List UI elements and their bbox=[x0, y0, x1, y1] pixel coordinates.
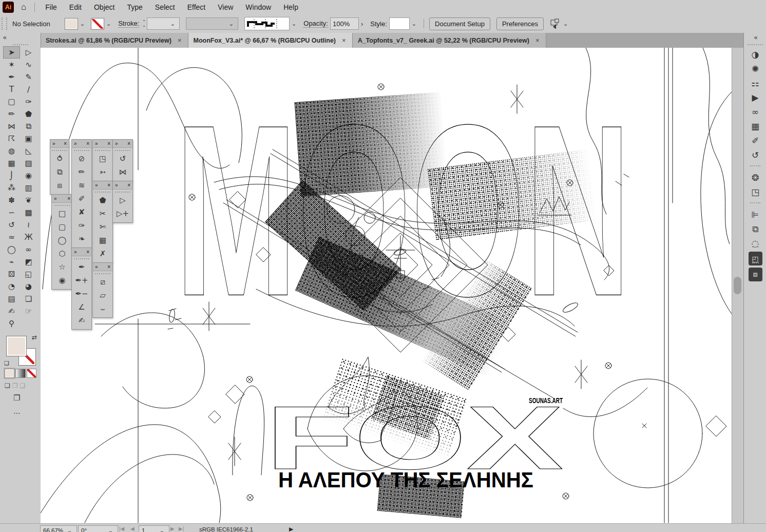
measure-tool[interactable]: ▤ bbox=[3, 293, 20, 305]
delete-anchor-tool[interactable]: ✒− bbox=[72, 287, 91, 300]
align-chevron-icon[interactable]: ⌄ bbox=[561, 21, 570, 27]
scribble-tool[interactable]: ≈ bbox=[3, 231, 20, 243]
plugin-panel-b-icon[interactable]: ⧈ bbox=[749, 268, 762, 281]
transform-frame-tool[interactable]: ◱ bbox=[20, 268, 37, 280]
puppet-grid-tool[interactable]: ▦ bbox=[93, 234, 112, 247]
ink-nib-tool[interactable]: ✑ bbox=[72, 219, 91, 232]
align-artboard-icon[interactable] bbox=[549, 18, 561, 29]
palette-close-icon[interactable]: × bbox=[127, 141, 130, 146]
square-tool[interactable]: □ bbox=[52, 207, 72, 220]
ellipse-tool[interactable]: ◯ bbox=[52, 234, 72, 247]
pencil-tool[interactable]: ✏ bbox=[3, 108, 20, 120]
swatches-panel-icon[interactable]: ▦ bbox=[746, 119, 764, 134]
palette-close-icon[interactable]: × bbox=[86, 249, 89, 255]
rotate-view-panel-icon[interactable]: ◑ bbox=[746, 47, 764, 62]
shape-builder-tool[interactable]: ◍ bbox=[3, 145, 20, 157]
floating-palette-cutting[interactable]: »× ⬟✂✄▦✗ bbox=[92, 181, 113, 263]
stroke-label[interactable]: Stroke: bbox=[118, 20, 139, 28]
pencil-tool[interactable]: ✏ bbox=[72, 165, 91, 179]
tab-close-icon[interactable]: × bbox=[534, 36, 541, 44]
rectangle-tool[interactable]: ▢ bbox=[3, 96, 20, 108]
actions-panel-icon[interactable]: ▶ bbox=[746, 90, 764, 105]
default-fill-stroke-icon[interactable]: ❏ bbox=[4, 360, 9, 367]
links-panel-icon[interactable]: ∞ bbox=[746, 105, 764, 119]
shear-tool[interactable]: ▱ bbox=[93, 289, 112, 302]
menu-effect[interactable]: Effect bbox=[181, 1, 212, 13]
spiral-tool[interactable]: ◉ bbox=[52, 274, 72, 287]
vertical-scrollbar[interactable] bbox=[732, 48, 744, 523]
document-setup-button[interactable]: Document Setup bbox=[429, 17, 490, 30]
eyedropper-tool[interactable]: ⌡ bbox=[3, 169, 20, 182]
floating-palette-rotate[interactable]: »× ↺⋈ bbox=[112, 139, 133, 181]
scale-tool[interactable]: ⧄ bbox=[93, 275, 112, 289]
floating-palette-scale-shear[interactable]: »× ⧄▱⌣ bbox=[92, 262, 113, 318]
stroke-chevron-icon[interactable]: ⌄ bbox=[104, 21, 113, 27]
paintbrush-tool[interactable]: ✑ bbox=[20, 96, 37, 108]
line-segment-tool[interactable]: ∕ bbox=[20, 83, 37, 96]
reshape-tool[interactable]: ⌣ bbox=[93, 302, 112, 315]
palette-expand-icon[interactable]: » bbox=[74, 249, 77, 255]
swap-fill-stroke-icon[interactable]: ⇄ bbox=[32, 334, 37, 341]
brush-definition-preview[interactable] bbox=[244, 17, 290, 30]
draw-behind-icon[interactable]: ❐ bbox=[12, 382, 18, 389]
perspective-grid-tool[interactable]: ◺ bbox=[20, 145, 37, 157]
zoom-level-combo[interactable]: 66,67% ⌄ bbox=[40, 525, 77, 532]
direct-selection-tool[interactable]: ▷ bbox=[20, 46, 37, 59]
menu-edit[interactable]: Edit bbox=[63, 1, 88, 13]
polygon-tool[interactable]: ⬡ bbox=[52, 247, 72, 260]
palette-close-icon[interactable]: × bbox=[127, 182, 130, 188]
palette-close-icon[interactable]: × bbox=[86, 141, 89, 146]
palette-drag-handle[interactable] bbox=[52, 150, 67, 151]
type-tool[interactable]: T bbox=[3, 83, 20, 96]
palette-expand-icon[interactable]: » bbox=[115, 141, 118, 146]
artboards-panel-icon[interactable]: ◳ bbox=[746, 185, 764, 199]
shaper-pencil-tool[interactable]: ⊘ bbox=[72, 152, 91, 165]
home-icon[interactable]: ⌂ bbox=[21, 2, 26, 12]
palette-drag-handle[interactable] bbox=[74, 258, 89, 259]
palette-close-icon[interactable]: × bbox=[107, 182, 110, 188]
history-panel-icon[interactable]: ↺ bbox=[746, 148, 764, 162]
selection-tool[interactable]: ➤ bbox=[3, 46, 20, 59]
document-tab-0[interactable]: Strokes.ai @ 61,86 % (RGB/CPU Preview) × bbox=[41, 33, 188, 48]
variable-width-combo[interactable]: ⌄ bbox=[186, 17, 238, 30]
brush-chevron-icon[interactable]: ⌄ bbox=[290, 21, 298, 27]
palette-close-icon[interactable]: × bbox=[67, 196, 70, 201]
smooth-tool[interactable]: ∽ bbox=[3, 206, 20, 219]
stroke-width-stepper[interactable]: ⌃ ⌄ bbox=[142, 20, 146, 27]
zoom-tool[interactable]: ⚲ bbox=[3, 317, 20, 330]
first-artboard-button[interactable]: |◀ bbox=[119, 526, 124, 531]
palette-drag-handle[interactable] bbox=[115, 192, 130, 193]
properties-panel-icon[interactable]: ⚏ bbox=[746, 76, 764, 90]
charcoal-tool[interactable]: ≋ bbox=[72, 179, 91, 192]
palette-close-icon[interactable]: × bbox=[107, 141, 110, 146]
brush-cross-tool[interactable]: ✘ bbox=[72, 205, 91, 219]
shaper-tool[interactable]: ⬟ bbox=[20, 108, 37, 120]
node-curve-tool[interactable]: ⌁ bbox=[3, 256, 20, 268]
color-panel-icon[interactable]: ❂ bbox=[746, 170, 764, 185]
artboard-number-combo[interactable]: 1 ⌄ bbox=[139, 525, 169, 532]
control-bar-grip[interactable] bbox=[2, 17, 7, 30]
illustrator-app-icon[interactable]: Ai bbox=[3, 2, 14, 13]
puppet-warp-tool[interactable]: ❦ bbox=[20, 194, 37, 206]
column-graph-tool[interactable]: ▥ bbox=[20, 182, 37, 194]
collapse-toolbar-icon[interactable]: « bbox=[0, 33, 41, 42]
group-selection-tool[interactable]: ▷+ bbox=[113, 207, 132, 220]
tab-close-icon[interactable]: × bbox=[341, 36, 347, 44]
blend-tool[interactable]: ◉ bbox=[20, 169, 37, 182]
warp-tool[interactable]: ☈ bbox=[3, 132, 20, 145]
magic-wand-tool[interactable]: ✶ bbox=[3, 59, 20, 71]
toolbar-drag-handle[interactable] bbox=[13, 44, 28, 45]
discover-panel-icon[interactable]: ✺ bbox=[746, 62, 764, 76]
pin-tool[interactable]: ➳ bbox=[93, 165, 112, 179]
menu-view[interactable]: View bbox=[212, 1, 239, 13]
opacity-field[interactable]: 100% bbox=[330, 17, 359, 30]
floating-palette-transform[interactable]: »× ◳➳ bbox=[92, 139, 113, 181]
reflect-tool[interactable]: ⋈ bbox=[3, 120, 20, 132]
pen-tool[interactable]: ✒ bbox=[72, 260, 91, 274]
floating-palette-pen[interactable]: »× ✒✒+✒−∠✍ bbox=[71, 248, 92, 330]
symbol-sprayer-tool[interactable]: ⁂ bbox=[3, 182, 20, 194]
palette-drag-handle[interactable] bbox=[115, 150, 130, 151]
menu-type[interactable]: Type bbox=[121, 1, 148, 13]
blob-brush-tool[interactable]: ◯ bbox=[3, 243, 20, 256]
star-tool[interactable]: ☆ bbox=[52, 260, 72, 274]
